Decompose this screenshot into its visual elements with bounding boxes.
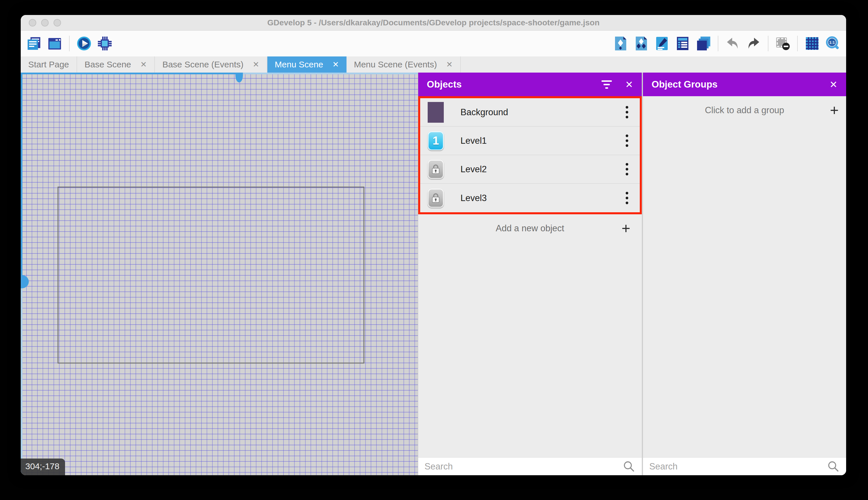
horizontal-scrollbar-track	[21, 72, 241, 74]
objects-panel: Objects ✕ Background 1 Level1	[418, 72, 642, 475]
layers-icon[interactable]	[696, 36, 711, 51]
objects-panel-title: Objects	[427, 79, 462, 90]
close-window-button[interactable]	[29, 19, 36, 26]
zoom-1-1-icon[interactable]: 1:1	[825, 36, 840, 51]
tab-menu-scene[interactable]: Menu Scene ✕	[267, 56, 347, 72]
tab-menu-scene-events[interactable]: Menu Scene (Events) ✕	[347, 56, 461, 72]
title-bar: GDevelop 5 - /Users/dkarakay/Documents/G…	[21, 15, 846, 31]
tab-label: Menu Scene (Events)	[354, 60, 437, 69]
toolbar-right-group: 1:1	[610, 36, 843, 51]
window-title: GDevelop 5 - /Users/dkarakay/Documents/G…	[267, 18, 600, 27]
debug-icon[interactable]	[97, 36, 112, 51]
preview-window-icon[interactable]	[47, 36, 62, 51]
objects-editor-icon[interactable]	[613, 36, 628, 51]
zoom-ratio-label: 1:1	[830, 40, 835, 45]
close-tab-icon[interactable]: ✕	[253, 61, 259, 69]
vertical-scrollbar-thumb[interactable]	[21, 275, 29, 288]
search-icon	[827, 460, 840, 473]
objects-panel-header: Objects ✕	[418, 72, 642, 96]
traffic-lights	[29, 19, 61, 26]
search-icon	[623, 460, 635, 473]
filter-icon[interactable]	[601, 80, 612, 89]
object-groups-panel: Object Groups ✕ Click to add a group +	[643, 72, 846, 475]
editor-tab-bar: Start Page Base Scene ✕ Base Scene (Even…	[21, 56, 846, 72]
play-preview-icon[interactable]	[77, 36, 92, 51]
tab-label: Base Scene	[85, 60, 131, 69]
plus-icon[interactable]: +	[622, 221, 630, 236]
main-toolbar: 1:1	[21, 31, 846, 56]
add-new-object-label: Add a new object	[496, 223, 564, 234]
zoom-window-button[interactable]	[54, 19, 61, 26]
toolbar-separator	[768, 36, 769, 51]
groups-search-input[interactable]	[649, 462, 827, 472]
tab-label: Base Scene (Events)	[162, 60, 244, 69]
redo-icon[interactable]	[746, 36, 761, 51]
object-groups-panel-header: Object Groups ✕	[643, 72, 846, 96]
level1-glyph: 1	[428, 131, 444, 150]
toolbar-separator	[69, 36, 70, 51]
locked-button-icon	[428, 159, 444, 180]
object-name: Level2	[460, 164, 487, 174]
object-row-level2[interactable]: Level2	[420, 155, 640, 184]
object-row-background[interactable]: Background	[420, 98, 640, 127]
toolbar-separator	[718, 36, 718, 51]
tab-label: Menu Scene	[275, 60, 323, 69]
close-panel-icon[interactable]: ✕	[830, 79, 837, 90]
project-manager-icon[interactable]	[26, 36, 42, 51]
tab-base-scene[interactable]: Base Scene ✕	[77, 56, 155, 72]
object-groups-editor-icon[interactable]	[634, 36, 649, 51]
horizontal-scrollbar-track	[241, 72, 418, 74]
object-menu-icon[interactable]	[622, 104, 632, 120]
instances-list-icon[interactable]	[675, 36, 690, 51]
undo-icon[interactable]	[725, 36, 740, 51]
object-name: Level1	[460, 136, 487, 146]
close-tab-icon[interactable]: ✕	[446, 61, 453, 69]
close-tab-icon[interactable]: ✕	[332, 61, 339, 69]
properties-icon[interactable]	[655, 36, 669, 51]
scene-window-bounds	[58, 186, 364, 363]
main-content: 304;-178 Objects ✕ Background 1	[21, 72, 846, 475]
gdevelop-window: GDevelop 5 - /Users/dkarakay/Documents/G…	[21, 15, 846, 475]
toggle-window-mask-icon[interactable]	[775, 36, 790, 51]
object-menu-icon[interactable]	[622, 133, 632, 149]
minimize-window-button[interactable]	[41, 19, 49, 26]
toolbar-separator	[797, 36, 798, 51]
horizontal-scrollbar-thumb[interactable]	[235, 72, 243, 82]
close-tab-icon[interactable]: ✕	[140, 61, 147, 69]
object-name: Level3	[460, 193, 487, 203]
object-groups-empty-space	[643, 124, 846, 457]
object-row-level1[interactable]: 1 Level1	[420, 127, 640, 155]
tab-label: Start Page	[28, 60, 69, 69]
vertical-scrollbar-track	[21, 72, 22, 281]
background-color-swatch-icon	[428, 102, 444, 123]
cursor-coordinates-badge: 304;-178	[21, 458, 65, 475]
plus-icon[interactable]: +	[830, 103, 838, 118]
scene-canvas[interactable]: 304;-178	[21, 72, 418, 475]
close-panel-icon[interactable]: ✕	[625, 79, 633, 90]
groups-search-bar	[643, 457, 846, 475]
level1-button-icon: 1	[428, 130, 444, 151]
add-group-button[interactable]: Click to add a group +	[643, 96, 846, 124]
tab-base-scene-events[interactable]: Base Scene (Events) ✕	[155, 56, 267, 72]
toggle-grid-icon[interactable]	[805, 36, 820, 51]
objects-list-highlight: Background 1 Level1 Level2	[418, 96, 642, 214]
add-group-label: Click to add a group	[705, 105, 784, 115]
objects-search-bar	[418, 457, 642, 475]
object-menu-icon[interactable]	[622, 190, 632, 206]
objects-search-input[interactable]	[424, 462, 623, 472]
toolbar-left-group	[24, 36, 115, 51]
object-groups-panel-title: Object Groups	[652, 79, 717, 90]
add-new-object-button[interactable]: Add a new object +	[418, 214, 642, 242]
object-row-level3[interactable]: Level3	[420, 184, 640, 212]
objects-panel-empty-space	[418, 242, 642, 457]
vertical-scrollbar-track	[21, 281, 22, 475]
tab-start-page[interactable]: Start Page	[21, 56, 77, 72]
object-menu-icon[interactable]	[622, 161, 632, 177]
object-name: Background	[460, 107, 508, 117]
locked-button-icon	[428, 188, 444, 209]
